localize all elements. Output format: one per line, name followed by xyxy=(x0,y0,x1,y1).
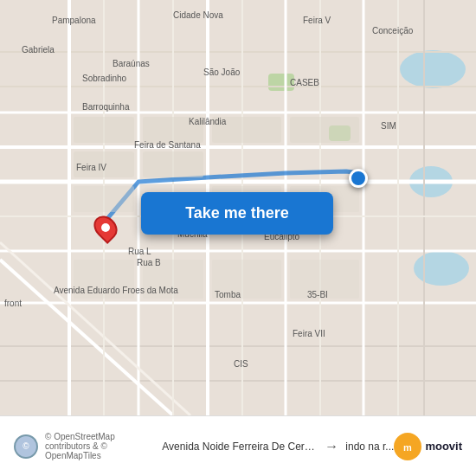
arrow-right-icon: → xyxy=(325,439,338,454)
svg-rect-32 xyxy=(143,151,203,177)
svg-point-1 xyxy=(400,50,466,88)
moovit-icon: m xyxy=(394,433,421,460)
svg-rect-39 xyxy=(143,260,203,299)
from-location-text: Avenida Noide Ferreira De Cerqueira, 9..… xyxy=(162,441,318,453)
svg-point-3 xyxy=(414,251,469,286)
moovit-label: moovit xyxy=(425,440,462,453)
to-location-text: indo na r... xyxy=(345,441,394,453)
destination-marker xyxy=(349,169,368,188)
svg-rect-41 xyxy=(290,260,359,299)
bottom-bar: © © OpenStreetMap contributors & © OpenM… xyxy=(0,415,476,476)
svg-rect-38 xyxy=(74,260,134,299)
svg-rect-40 xyxy=(212,260,281,299)
moovit-logo: m moovit xyxy=(394,433,462,460)
attribution-text: © OpenStreetMap contributors & © OpenMap… xyxy=(45,432,162,460)
svg-rect-34 xyxy=(290,117,359,143)
svg-rect-33 xyxy=(212,117,281,143)
svg-rect-29 xyxy=(74,117,134,143)
map-container: PampalonaCidade NovaFeira VConceiçãoGabr… xyxy=(0,0,476,415)
take-me-there-button[interactable]: Take me there xyxy=(141,192,333,235)
origin-marker xyxy=(95,215,116,241)
svg-rect-4 xyxy=(268,74,294,91)
svg-text:m: m xyxy=(403,442,412,453)
osm-logo: © xyxy=(14,434,38,459)
svg-rect-30 xyxy=(143,117,203,143)
svg-rect-35 xyxy=(74,186,134,212)
svg-rect-31 xyxy=(74,151,134,177)
